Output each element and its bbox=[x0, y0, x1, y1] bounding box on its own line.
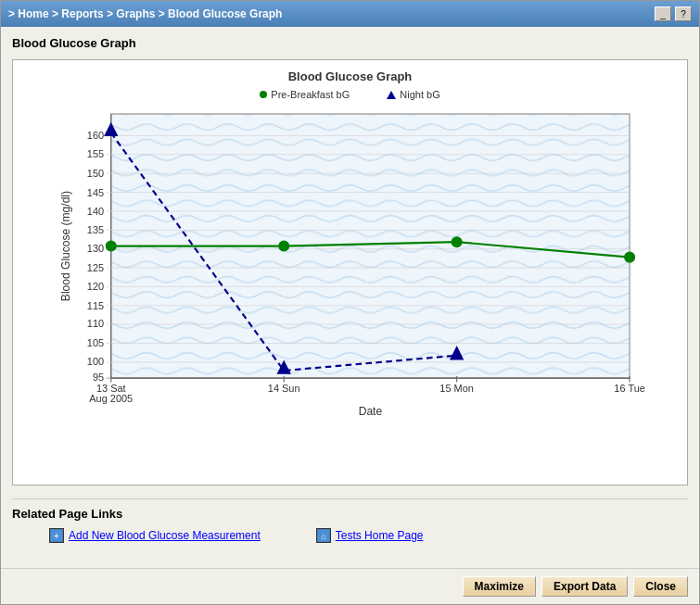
legend-pre-breakfast-label: Pre-Breakfast bG bbox=[271, 89, 350, 100]
svg-point-45 bbox=[452, 237, 462, 247]
svg-text:110: 110 bbox=[87, 318, 104, 329]
svg-text:Blood Glucose (mg/dl): Blood Glucose (mg/dl) bbox=[59, 191, 72, 301]
svg-text:125: 125 bbox=[87, 262, 104, 273]
svg-point-44 bbox=[279, 241, 289, 251]
add-glucose-link[interactable]: + Add New Blood Glucose Measurement bbox=[49, 528, 261, 543]
help-button[interactable]: ? bbox=[675, 6, 692, 21]
breadcrumb: > Home > Reports > Graphs > Blood Glucos… bbox=[8, 7, 282, 20]
minimize-button[interactable]: _ bbox=[655, 6, 671, 21]
page-title: Blood Glucose Graph bbox=[12, 36, 688, 50]
graph-legend: Pre-Breakfast bG Night bG bbox=[22, 89, 678, 100]
svg-point-43 bbox=[106, 241, 116, 251]
graph-container: Blood Glucose Graph Pre-Breakfast bG Nig… bbox=[12, 59, 688, 485]
chart-svg: Blood Glucose (mg/dl) 160 155 150 bbox=[22, 104, 678, 419]
content-area: Blood Glucose Graph Blood Glucose Graph … bbox=[1, 27, 699, 568]
legend-pre-breakfast: Pre-Breakfast bG bbox=[260, 89, 350, 100]
tests-home-link[interactable]: ⌂ Tests Home Page bbox=[316, 528, 424, 543]
svg-text:14 Sun: 14 Sun bbox=[268, 383, 300, 394]
main-window: > Home > Reports > Graphs > Blood Glucos… bbox=[0, 0, 700, 605]
svg-text:150: 150 bbox=[87, 168, 104, 179]
svg-text:160: 160 bbox=[87, 130, 104, 141]
svg-text:100: 100 bbox=[87, 356, 104, 367]
add-glucose-icon: + bbox=[49, 528, 64, 543]
svg-text:140: 140 bbox=[87, 206, 104, 217]
svg-text:145: 145 bbox=[87, 187, 104, 198]
svg-text:155: 155 bbox=[87, 148, 104, 159]
tests-home-label: Tests Home Page bbox=[336, 529, 424, 542]
svg-text:130: 130 bbox=[87, 243, 104, 254]
svg-text:⌂: ⌂ bbox=[321, 532, 325, 541]
links-row: + Add New Blood Glucose Measurement ⌂ Te… bbox=[49, 528, 688, 543]
svg-text:105: 105 bbox=[87, 337, 104, 348]
title-bar: > Home > Reports > Graphs > Blood Glucos… bbox=[1, 1, 699, 27]
legend-night-bg-label: Night bG bbox=[400, 89, 439, 100]
svg-text:+: + bbox=[54, 531, 59, 541]
title-bar-buttons: _ ? bbox=[655, 6, 692, 21]
legend-triangle-icon bbox=[387, 91, 396, 99]
related-links: Related Page Links + Add New Blood Gluco… bbox=[12, 498, 688, 543]
graph-title: Blood Glucose Graph bbox=[22, 69, 678, 83]
svg-text:95: 95 bbox=[93, 372, 104, 383]
close-button[interactable]: Close bbox=[633, 576, 688, 597]
svg-text:Aug 2005: Aug 2005 bbox=[89, 393, 133, 404]
add-glucose-label: Add New Blood Glucose Measurement bbox=[69, 529, 261, 542]
bottom-bar: Maximize Export Data Close bbox=[1, 568, 699, 604]
tests-home-icon: ⌂ bbox=[316, 528, 331, 543]
svg-point-46 bbox=[625, 252, 635, 262]
legend-dot-icon bbox=[260, 91, 267, 98]
chart-area: Blood Glucose (mg/dl) 160 155 150 bbox=[22, 104, 678, 419]
svg-text:Date: Date bbox=[359, 405, 383, 418]
svg-text:15 Mon: 15 Mon bbox=[439, 383, 474, 394]
related-links-title: Related Page Links bbox=[12, 507, 688, 521]
svg-text:135: 135 bbox=[87, 224, 104, 235]
maximize-button[interactable]: Maximize bbox=[463, 576, 536, 597]
legend-night-bg: Night bG bbox=[387, 89, 439, 100]
svg-text:115: 115 bbox=[87, 300, 104, 311]
svg-text:16 Tue: 16 Tue bbox=[614, 383, 645, 394]
svg-text:120: 120 bbox=[87, 281, 104, 292]
export-data-button[interactable]: Export Data bbox=[541, 576, 628, 597]
